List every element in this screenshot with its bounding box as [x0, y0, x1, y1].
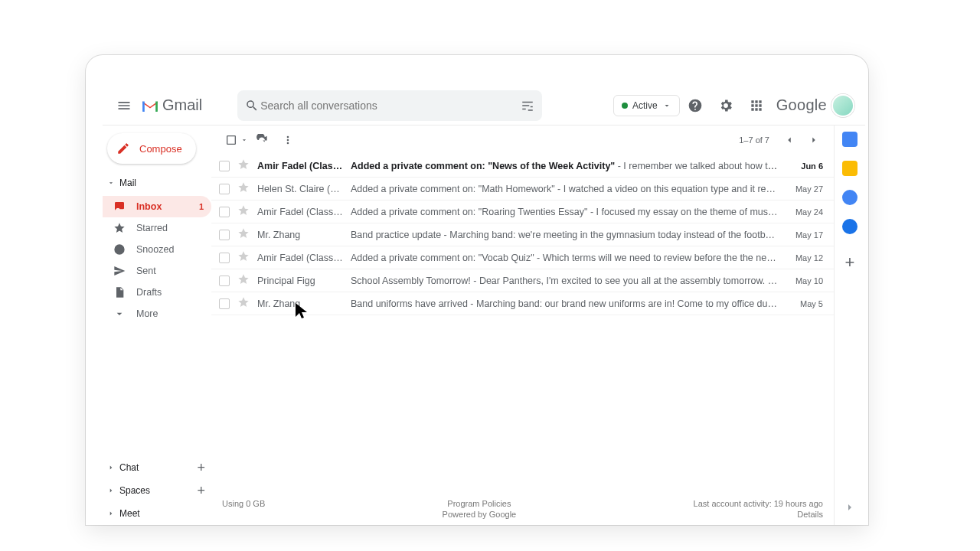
row-snippet: - I focused my essay on the theme of mus…: [588, 207, 779, 217]
contacts-app-icon[interactable]: [842, 219, 858, 234]
pager: [777, 128, 826, 152]
nav-inbox-label: Inbox: [136, 201, 188, 212]
row-sender: Mr. Zhang: [257, 298, 343, 309]
nav-drafts[interactable]: Drafts: [103, 282, 211, 303]
status-label: Active: [632, 100, 658, 111]
row-text: Added a private comment on: "Math Homewo…: [351, 184, 779, 194]
content-footer: Using 0 GB Program Policies Powered by G…: [211, 481, 834, 525]
row-star[interactable]: [237, 273, 250, 288]
row-date: May 5: [786, 299, 823, 308]
calendar-app-icon[interactable]: [842, 132, 858, 147]
tasks-app-icon[interactable]: [842, 190, 858, 205]
section-spaces[interactable]: Spaces +: [103, 479, 211, 502]
gear-icon: [718, 98, 733, 113]
email-row[interactable]: Amir Fadel (Classroom)Added a private co…: [211, 201, 834, 223]
spaces-add-button[interactable]: +: [197, 484, 205, 497]
status-dot-icon: [622, 103, 628, 109]
page-next-button[interactable]: [802, 128, 826, 152]
row-star[interactable]: [237, 296, 250, 311]
gmail-logo[interactable]: Gmail: [141, 96, 202, 114]
page-prev-button[interactable]: [777, 128, 802, 152]
add-app-button[interactable]: +: [845, 253, 855, 272]
email-row[interactable]: Mr. ZhangBand practice update - Marching…: [211, 223, 834, 246]
star-outline-icon: [237, 158, 250, 171]
activity-text: Last account activity: 19 hours ago: [694, 499, 823, 508]
apps-icon: [749, 98, 764, 113]
email-row[interactable]: Mr. ZhangBand uniforms have arrived - Ma…: [211, 292, 834, 315]
compose-button[interactable]: Compose: [107, 133, 196, 164]
row-sender: Amir Fadel (Classroom): [257, 253, 343, 263]
row-checkbox[interactable]: [219, 230, 230, 240]
content: 1–7 of 7 Amir Fadel (Classroom)Added a p…: [211, 126, 835, 525]
powered-by-text: Powered by Google: [443, 510, 517, 519]
row-date: May 27: [786, 184, 823, 194]
row-date: Jun 6: [786, 161, 823, 171]
row-snippet: - Which terms will we need to review bef…: [534, 253, 779, 263]
details-link[interactable]: Details: [797, 510, 823, 519]
compose-label: Compose: [139, 143, 182, 155]
nav-starred[interactable]: Starred: [103, 217, 211, 239]
chevron-right-icon: [844, 501, 856, 514]
settings-button[interactable]: [710, 90, 741, 121]
email-row[interactable]: Amir Fadel (Classroom)Added a private co…: [211, 155, 834, 178]
status-chip[interactable]: Active: [613, 95, 680, 116]
search-input[interactable]: [259, 99, 521, 112]
caret-down-icon: [107, 179, 115, 187]
program-policies-link[interactable]: Program Policies: [447, 499, 511, 508]
row-checkbox[interactable]: [219, 298, 230, 309]
more-vert-icon: [282, 134, 294, 146]
email-row[interactable]: Principal FiggSchool Assembly Tomorrow! …: [211, 269, 834, 292]
keep-app-icon[interactable]: [842, 161, 858, 176]
chevron-down-icon: [113, 308, 126, 320]
app-window: Gmail Active Google Compose: [103, 86, 865, 525]
storage-text: Using 0 GB: [222, 499, 265, 508]
row-text: Added a private comment on: "News of the…: [351, 161, 779, 171]
nav-more[interactable]: More: [103, 303, 211, 324]
help-button[interactable]: [680, 90, 710, 121]
nav-sent[interactable]: Sent: [103, 260, 211, 282]
search-bar[interactable]: [237, 90, 542, 121]
chevron-left-icon: [784, 135, 795, 145]
row-checkbox[interactable]: [219, 253, 230, 263]
more-actions-button[interactable]: [276, 128, 300, 152]
row-checkbox[interactable]: [219, 276, 230, 286]
chat-add-button[interactable]: +: [197, 461, 205, 474]
row-star[interactable]: [237, 227, 250, 242]
email-row[interactable]: Helen St. Claire (Classroom)Added a priv…: [211, 178, 834, 201]
row-star[interactable]: [237, 181, 250, 196]
star-icon: [113, 222, 126, 234]
send-icon: [113, 265, 126, 277]
chevron-down-icon: [662, 101, 671, 110]
inbox-icon: [113, 201, 126, 213]
row-checkbox[interactable]: [219, 184, 230, 194]
nav-snoozed[interactable]: Snoozed: [103, 239, 211, 260]
menu-icon: [116, 98, 132, 113]
nav-drafts-label: Drafts: [136, 287, 204, 298]
row-sender: Mr. Zhang: [257, 230, 343, 240]
section-meet[interactable]: Meet: [103, 502, 211, 525]
search-icon: [245, 99, 259, 112]
nav-starred-label: Starred: [136, 223, 204, 233]
star-outline-icon: [237, 296, 250, 308]
checkbox-icon: [225, 134, 237, 146]
nav-inbox[interactable]: Inbox 1: [103, 196, 211, 217]
row-checkbox[interactable]: [219, 161, 230, 171]
row-subject: School Assembly Tomorrow!: [351, 276, 471, 286]
star-outline-icon: [237, 273, 250, 285]
section-chat[interactable]: Chat +: [103, 456, 211, 479]
email-row[interactable]: Amir Fadel (Classroom)Added a private co…: [211, 246, 834, 269]
account-avatar[interactable]: [831, 94, 854, 117]
row-checkbox[interactable]: [219, 207, 230, 217]
collapse-panel-button[interactable]: [844, 501, 856, 516]
tune-icon[interactable]: [521, 99, 534, 112]
row-star[interactable]: [237, 250, 250, 265]
row-star[interactable]: [237, 204, 250, 219]
chevron-down-icon[interactable]: [240, 136, 248, 144]
apps-button[interactable]: [741, 90, 772, 121]
menu-button[interactable]: [109, 90, 139, 121]
row-snippet: - Marching band: we're meeting in the gy…: [441, 230, 779, 240]
section-chat-label: Chat: [119, 462, 139, 473]
refresh-button[interactable]: [250, 128, 274, 152]
section-mail[interactable]: Mail: [103, 174, 211, 191]
row-star[interactable]: [237, 158, 250, 173]
